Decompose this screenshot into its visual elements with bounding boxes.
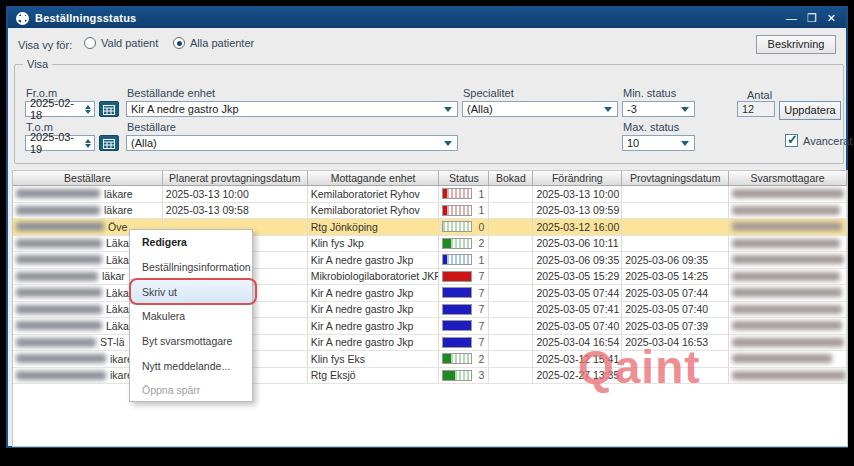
advanced-checkbox[interactable]: Avancerat [785,134,852,147]
receiving-unit-cell: Kir A nedre gastro Jkp [308,252,440,268]
from-date-input[interactable]: 2025-02-18 [25,101,95,117]
description-button[interactable]: Beskrivning [756,35,836,54]
orderer-select[interactable]: (Alla) [126,135,458,151]
minimize-button[interactable]: — [786,9,797,27]
status-cell: 7 [439,318,489,334]
redacted-name [16,255,102,264]
menu-item-nytt-meddelande-[interactable]: Nytt meddelande... [130,353,252,378]
redacted-name [16,354,106,363]
booked-cell [489,236,533,252]
redacted-recipient [732,354,832,363]
redacted-name [16,239,102,248]
redacted-recipient [732,288,842,297]
sampling-date-cell: 2025-03-05 07:44 [622,285,729,301]
radio-vald-patient[interactable]: Vald patient [84,37,158,49]
redacted-name [16,321,102,330]
from-calendar-button[interactable] [99,101,119,117]
max-status-value: 10 [627,137,639,149]
column-header[interactable]: Bokad [489,171,533,186]
status-cell: 1 [439,186,489,202]
reply-recipient-cell [729,368,847,384]
column-header[interactable]: Planerat provtagningsdatum [163,171,308,186]
radio-alla-patienter[interactable]: Alla patienter [173,37,254,49]
column-header[interactable]: Svarsmottagare [729,171,847,186]
column-header[interactable]: Förändring [533,171,622,186]
chevron-down-icon [681,141,689,146]
planned-sampling-date-cell: 2025-03-13 09:58 [163,203,308,219]
receiving-unit-cell: Klin fys Jkp [308,236,440,252]
title-bar: Beställningsstatus — ❒ ✕ [8,8,846,28]
orderer-suffix: läkare [104,186,133,202]
status-number: 1 [478,203,484,219]
status-number: 7 [478,269,484,285]
to-calendar-button[interactable] [99,135,119,151]
booked-cell [489,351,533,367]
radio-alla-patienter-label: Alla patienter [190,37,254,49]
status-number: 2 [478,236,484,252]
count-value: 12 [742,103,754,115]
menu-item-redigera[interactable]: Redigera [130,230,252,255]
redacted-name [16,288,102,297]
menu-item-beställningsinformation[interactable]: Beställningsinformation [130,255,252,280]
date-spinner-icon[interactable] [83,105,94,114]
maximize-button[interactable]: ❒ [807,9,817,27]
radio-circle-icon[interactable] [84,37,96,49]
checkbox-checked-icon[interactable] [785,134,798,147]
status-cell: 1 [439,203,489,219]
status-progress-bar [442,221,472,232]
redacted-name [16,305,102,314]
max-status-select[interactable]: 10 [622,135,695,151]
reply-recipient-cell [729,203,847,219]
table-row[interactable]: läkare2025-03-13 09:58Kemilaboratoriet R… [13,203,847,220]
calendar-icon [103,138,115,149]
reply-recipient-cell [729,236,847,252]
receiving-unit-cell: Kir A nedre gastro Jkp [308,318,440,334]
booked-cell [489,335,533,351]
menu-item-skriv-ut[interactable]: Skriv ut [130,279,252,304]
column-header[interactable]: Provtagningsdatum [622,171,729,186]
change-date-cell: 2025-03-05 15:29 [533,269,622,285]
redacted-recipient [732,371,846,380]
view-for-label: Visa vy för: [18,39,72,51]
count-field: 12 [737,101,775,117]
ordering-unit-label: Beställande enhet [127,87,215,99]
column-header[interactable]: Beställare [13,171,163,186]
reply-recipient-cell [729,302,847,318]
menu-item-makulera[interactable]: Makulera [130,304,252,329]
status-cell: 2 [439,236,489,252]
speciality-select[interactable]: (Alla) [462,101,618,117]
redacted-recipient [732,206,840,215]
status-progress-bar [442,271,472,282]
receiving-unit-cell: Kemilaboratoriet Ryhov [308,203,440,219]
to-date-input[interactable]: 2025-03-19 [25,135,95,151]
receiving-unit-cell: Kemilaboratoriet Ryhov [308,186,440,202]
order-status-window: Beställningsstatus — ❒ ✕ Visa vy för: Va… [6,6,848,448]
booked-cell [489,368,533,384]
receiving-unit-cell: Mikrobiologilaboratoriet JKP [308,269,440,285]
min-status-value: -3 [627,103,637,115]
status-cell: 3 [439,368,489,384]
count-label: Antal [747,89,772,101]
min-status-select[interactable]: -3 [622,101,695,117]
column-header[interactable]: Mottagande enhet [308,171,440,186]
change-date-cell: 2025-03-05 07:41 [533,302,622,318]
close-button[interactable]: ✕ [827,9,836,27]
table-row[interactable]: läkare2025-03-13 10:00Kemilaboratoriet R… [13,186,847,203]
orderer-cell: läkare [13,203,163,219]
column-header[interactable]: Status [439,171,489,186]
advanced-label: Avancerat [803,135,852,147]
change-date-cell: 2025-03-06 10:11 [533,236,622,252]
date-spinner-icon[interactable] [83,139,94,148]
orderer-suffix: Läka [106,236,129,252]
status-number: 7 [478,285,484,301]
redacted-recipient [732,255,844,264]
radio-circle-selected-icon[interactable] [173,37,185,49]
update-button[interactable]: Uppdatera [779,101,841,120]
sampling-date-cell [622,219,729,235]
redacted-name [16,206,100,215]
chevron-down-icon [444,107,452,112]
ordering-unit-select[interactable]: Kir A nedre gastro Jkp [126,101,458,117]
red-annotation-box [129,278,257,305]
menu-item-byt-svarsmottagare[interactable]: Byt svarsmottagare [130,329,252,354]
reply-recipient-cell [729,252,847,268]
